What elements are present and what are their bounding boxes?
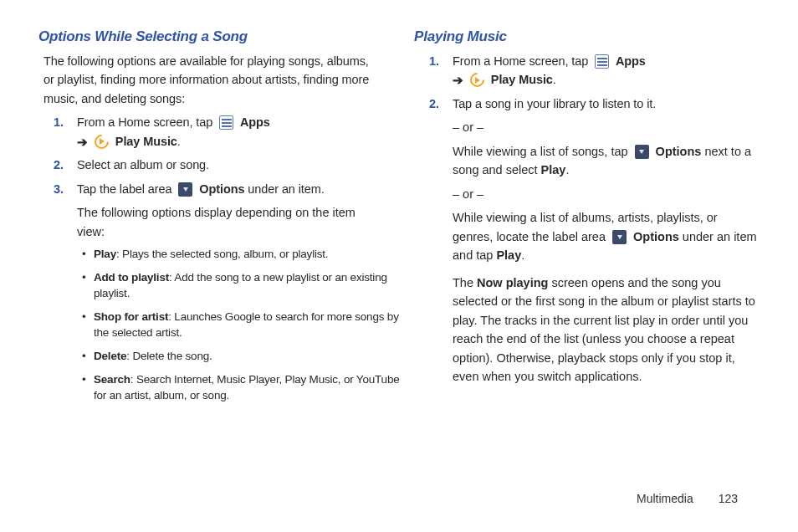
arrow-icon: ➔: [453, 74, 463, 86]
options-label: Options: [633, 230, 679, 243]
step-number: 2.: [429, 95, 439, 113]
step-text: under an item.: [244, 182, 324, 196]
period: .: [565, 163, 569, 176]
bullet-term: Play: [94, 248, 116, 260]
step-text: While viewing a list of songs, tap: [453, 145, 632, 158]
play-music-label: Play Music: [491, 73, 553, 86]
page-footer: Multimedia 123: [637, 492, 738, 505]
bullet-term: Delete: [94, 350, 126, 362]
period: .: [521, 248, 524, 262]
bullet-search: Search: Search Internet, Music Player, P…: [94, 371, 412, 404]
bullet-delete: Delete: Delete the song.: [94, 348, 412, 365]
options-icon: [635, 145, 649, 159]
play-music-icon: [470, 73, 484, 87]
right-step-2-alt1: While viewing a list of songs, tap Optio…: [453, 142, 760, 180]
bullet-term: Search: [94, 373, 130, 386]
play-music-icon: [95, 135, 109, 149]
options-icon: [178, 182, 192, 197]
right-step-2-result: The Now playing screen opens and the son…: [453, 274, 760, 386]
step-text: Tap a song in your library to listen to …: [453, 97, 656, 110]
step-number: 2.: [54, 156, 64, 174]
left-bullets: Play: Plays the selected song, album, or…: [38, 246, 382, 404]
period: .: [553, 73, 556, 86]
apps-label: Apps: [240, 115, 270, 129]
bullet-desc: : Plays the selected song, album, or pla…: [116, 248, 328, 260]
or-divider: – or –: [453, 118, 760, 136]
step-text: screen opens and the song you selected o…: [453, 276, 755, 383]
intro-paragraph: The following options are available for …: [43, 52, 382, 108]
arrow-icon: ➔: [77, 136, 88, 148]
left-step-3: 3. Tap the label area Options under an i…: [77, 180, 382, 198]
step-number: 1.: [429, 52, 439, 70]
left-steps-list: 1. From a Home screen, tap Apps ➔ Play M…: [38, 113, 382, 198]
page-root: Options While Selecting a Song The follo…: [0, 0, 798, 532]
apps-label: Apps: [616, 54, 646, 68]
bullet-desc: : Search Internet, Music Player, Play Mu…: [94, 373, 400, 402]
play-music-label: Play Music: [115, 135, 177, 148]
step-text: From a Home screen, tap: [453, 54, 591, 68]
right-step-2: 2. Tap a song in your library to listen …: [453, 95, 760, 113]
left-step-3-continuation: The following options display depending …: [77, 203, 382, 241]
play-label: Play: [541, 163, 566, 176]
left-step-1: 1. From a Home screen, tap Apps ➔ Play M…: [77, 113, 382, 151]
play-label: Play: [496, 248, 521, 262]
options-icon: [612, 230, 627, 244]
footer-page-number: 123: [719, 492, 738, 505]
step-number: 3.: [54, 180, 64, 198]
bullet-term: Shop for artist: [94, 310, 168, 323]
bullet-desc: : Delete the song.: [126, 350, 212, 362]
now-playing-label: Now playing: [477, 276, 548, 289]
bullet-add-to-playlist: Add to playlist: Add the song to a new p…: [94, 269, 412, 302]
right-step-2-alt2: While viewing a list of albums, artists,…: [453, 208, 760, 264]
step-text: Select an album or song.: [77, 158, 209, 171]
bullet-shop-for-artist: Shop for artist: Launches Google to sear…: [94, 309, 412, 341]
step-text: From a Home screen, tap: [77, 115, 216, 129]
heading-options-selecting: Options While Selecting a Song: [38, 28, 382, 45]
bullet-term: Add to playlist: [94, 271, 169, 284]
options-label: Options: [656, 145, 702, 158]
left-column: Options While Selecting a Song The follo…: [38, 28, 399, 524]
period: .: [177, 135, 181, 148]
right-column: Playing Music 1. From a Home screen, tap…: [399, 28, 760, 524]
right-steps-list: 1. From a Home screen, tap Apps ➔ Play M…: [414, 52, 760, 113]
heading-playing-music: Playing Music: [414, 28, 760, 45]
step-text: Tap the label area: [77, 182, 175, 196]
options-label: Options: [199, 182, 244, 196]
step-text: The: [453, 276, 477, 289]
right-step-1: 1. From a Home screen, tap Apps ➔ Play M…: [453, 52, 760, 90]
apps-icon: [595, 54, 609, 69]
apps-icon: [219, 115, 233, 130]
footer-section: Multimedia: [637, 492, 693, 505]
left-step-2: 2. Select an album or song.: [77, 156, 382, 174]
step-number: 1.: [54, 113, 64, 131]
bullet-play: Play: Plays the selected song, album, or…: [94, 246, 412, 263]
or-divider: – or –: [453, 185, 760, 203]
